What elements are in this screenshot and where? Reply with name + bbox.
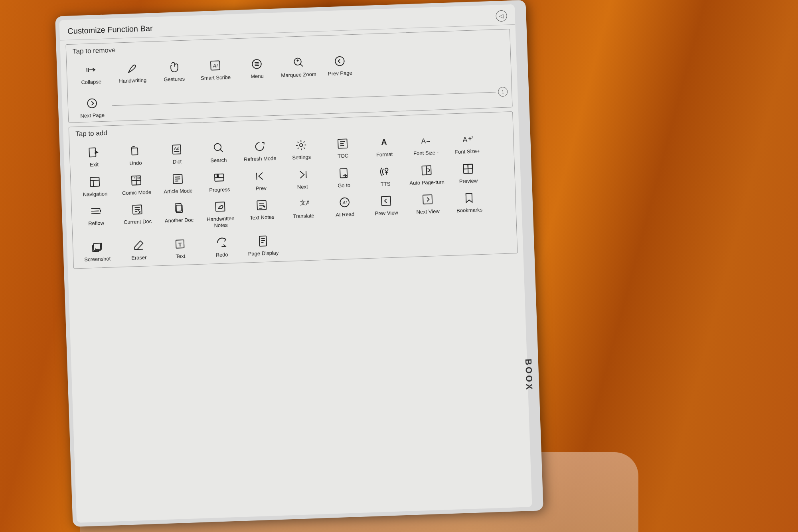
undo-button[interactable]: Undo <box>115 140 156 169</box>
font-size-minus-button[interactable]: A Font Size - <box>405 129 446 158</box>
title-text: Customize Function Bar <box>67 24 153 36</box>
svg-line-38 <box>93 180 94 186</box>
svg-line-11 <box>300 64 303 66</box>
settings-button[interactable]: Settings <box>281 134 322 163</box>
text-label: Text <box>176 253 185 259</box>
prev-page-label: Prev Page <box>328 70 352 77</box>
page-display-button[interactable]: Page Display <box>243 229 283 259</box>
text-notes-label: Text Notes <box>250 214 275 221</box>
preview-button[interactable]: Preview <box>448 157 488 186</box>
handwriting-button[interactable]: Handwriting <box>112 57 153 86</box>
redo-label: Redo <box>215 251 228 258</box>
reflow-label: Reflow <box>88 220 104 227</box>
progress-button[interactable]: Progress <box>199 166 239 195</box>
reflow-icon <box>89 204 102 219</box>
svg-line-64 <box>91 214 100 214</box>
svg-rect-61 <box>468 164 473 169</box>
search-button[interactable]: Search <box>198 136 239 166</box>
svg-text:34: 34 <box>137 176 140 179</box>
next-button[interactable]: Next <box>282 163 322 192</box>
svg-line-57 <box>427 166 427 174</box>
prev-button[interactable]: Prev <box>240 164 281 194</box>
page-display-icon <box>257 233 269 249</box>
bookmarks-icon <box>463 190 475 206</box>
article-mode-button[interactable]: Article Mode <box>158 168 198 197</box>
ai-read-button[interactable]: AI AI Read <box>324 191 365 227</box>
next-page-icon <box>86 95 98 111</box>
refresh-mode-label: Refresh Mode <box>244 155 277 162</box>
font-size-plus-label: Font Size+ <box>455 148 480 155</box>
toc-button[interactable]: TOC <box>322 132 363 161</box>
screen: Customize Function Bar ◁ Tap to remove C… <box>59 4 532 523</box>
svg-rect-81 <box>381 196 391 206</box>
format-label: Format <box>376 151 393 158</box>
text-notes-icon <box>255 198 268 213</box>
text-icon: T <box>174 236 186 251</box>
next-view-label: Next View <box>416 208 440 216</box>
screenshot-label: Screenshot <box>84 255 111 263</box>
screenshot-button[interactable]: Screenshot <box>77 235 117 264</box>
next-view-icon <box>421 192 434 208</box>
redo-button[interactable]: Redo <box>201 231 242 260</box>
gestures-label: Gestures <box>164 76 185 83</box>
collapse-button[interactable]: Collapse <box>71 58 111 87</box>
svg-point-55 <box>385 168 388 171</box>
toc-label: TOC <box>338 153 349 160</box>
font-size-plus-icon: A+ <box>461 132 473 147</box>
next-page-label: Next Page <box>80 112 105 119</box>
dict-button[interactable]: Ad Dict <box>156 138 197 167</box>
current-doc-icon <box>131 202 143 218</box>
svg-line-49 <box>215 177 223 178</box>
handwritten-notes-button[interactable]: Handwritten Notes <box>200 195 241 231</box>
go-to-button[interactable]: Go to <box>323 162 364 191</box>
tap-to-add-section: Tap to add Exit Undo Ad <box>69 111 518 269</box>
tts-button[interactable]: TTS <box>365 160 405 189</box>
next-icon <box>296 167 308 182</box>
prev-view-label: Prev View <box>375 210 398 217</box>
gestures-button[interactable]: Gestures <box>154 55 194 85</box>
page-display-label: Page Display <box>248 249 279 257</box>
svg-text:A: A <box>421 137 426 145</box>
svg-rect-36 <box>90 177 99 186</box>
text-notes-button[interactable]: Text Notes <box>241 194 282 229</box>
comic-mode-button[interactable]: 1234 Comic Mode <box>116 169 157 198</box>
navigation-button[interactable]: Navigation <box>75 170 115 200</box>
current-doc-button[interactable]: Current Doc <box>117 198 158 234</box>
bookmarks-button[interactable]: Bookmarks <box>449 187 490 222</box>
comic-mode-label: Comic Mode <box>122 189 151 196</box>
reflow-button[interactable]: Reflow <box>75 200 117 235</box>
font-size-plus-button[interactable]: A+ Font Size+ <box>447 128 488 157</box>
bookmarks-label: Bookmarks <box>456 207 483 214</box>
svg-text:AI: AI <box>212 63 218 69</box>
prev-view-button[interactable]: Prev View <box>366 190 407 225</box>
handwriting-icon <box>126 61 138 76</box>
refresh-mode-button[interactable]: Refresh Mode <box>239 135 280 164</box>
prev-page-button[interactable]: Prev Page <box>319 49 360 79</box>
prev-label: Prev <box>256 185 267 192</box>
svg-line-37 <box>90 180 99 180</box>
svg-text:文A: 文A <box>300 199 309 206</box>
preview-icon <box>462 161 474 176</box>
svg-rect-60 <box>463 164 468 169</box>
text-button[interactable]: T Text <box>160 232 200 261</box>
next-view-button[interactable]: Next View <box>407 188 448 223</box>
eraser-button[interactable]: Eraser <box>118 234 159 263</box>
format-button[interactable]: A Format <box>364 131 405 160</box>
ai-read-label: AI Read <box>336 211 355 218</box>
translate-button[interactable]: 文A Translate <box>283 192 324 228</box>
another-doc-button[interactable]: Another Doc <box>158 197 200 232</box>
smart-scribe-icon: AI <box>209 58 221 73</box>
marquee-zoom-button[interactable]: Marquee Zoom <box>278 51 319 80</box>
smart-scribe-button[interactable]: AI Smart Scribe <box>195 54 236 83</box>
gestures-icon <box>168 59 180 75</box>
eraser-label: Eraser <box>131 254 147 261</box>
auto-page-turn-button[interactable]: Auto Page-turn <box>406 159 447 188</box>
refresh-mode-icon <box>253 139 266 154</box>
back-button[interactable]: ◁ <box>496 10 507 22</box>
next-page-button[interactable]: Next Page <box>72 92 113 121</box>
settings-label: Settings <box>292 154 311 161</box>
translate-label: Translate <box>293 213 314 220</box>
font-size-minus-icon: A <box>419 133 432 148</box>
menu-button[interactable]: Menu <box>237 53 277 82</box>
exit-button[interactable]: Exit <box>73 141 114 170</box>
